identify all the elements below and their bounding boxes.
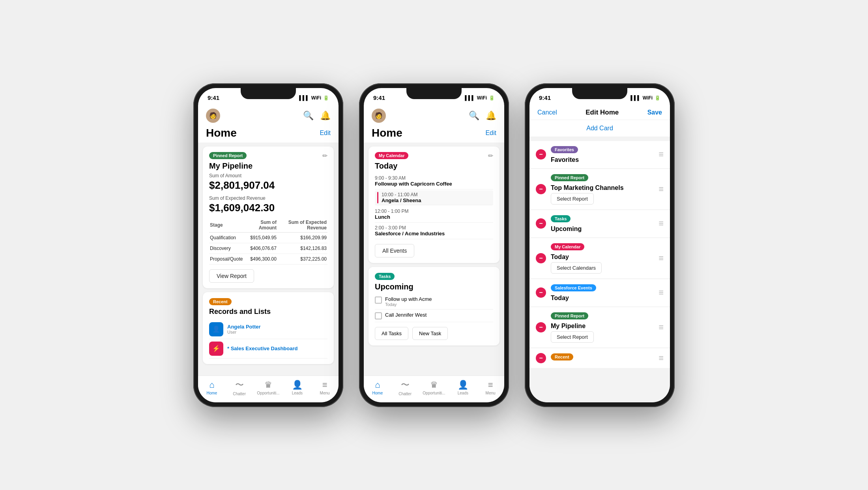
edit-link-2[interactable]: Edit [485,130,496,137]
new-task-button[interactable]: New Task [412,327,448,340]
edit-item-upcoming: − Tasks Upcoming ≡ [529,210,670,237]
nav-menu-1[interactable]: ≡ Menu [315,380,335,395]
edit-scroll[interactable]: − Favorites Favorites ≡ − Pinned Report … [529,137,670,402]
task-checkbox-2[interactable] [375,312,382,319]
sf-events-name: Today [551,295,654,302]
menu-label-1: Menu [320,391,330,395]
nav-opportunities-1[interactable]: ♛ Opportuniti... [257,380,279,395]
table-row: Proposal/Quote$496,300.00$372,225.00 [209,253,327,264]
app-header-1: 🧑 🔍 🔔 [198,105,339,126]
pinned-report-edit-icon[interactable]: ✏ [322,152,327,160]
tasks-card: Tasks Upcoming Follow up with Acme Today [369,267,499,345]
notch-3 [572,88,627,99]
edit-item-sf-events: − Salesforce Events Today ≡ [529,279,670,306]
table-cell: $142,126.83 [277,243,327,253]
cal-entry-4: 2:00 - 3:00 PM Salesforce / Acme Industr… [375,223,493,239]
drag-handle-calendar[interactable]: ≡ [658,253,664,263]
drag-handle-marketing[interactable]: ≡ [658,184,664,194]
menu-icon-2: ≡ [488,380,493,390]
task-1: Follow up with Acme Today [375,294,493,310]
nav-leads-1[interactable]: 👤 Leads [287,380,307,395]
nav-menu-2[interactable]: ≡ Menu [481,380,500,395]
screen-content-2: 🧑 🔍 🔔 Home Edit My Calendar ✏ [364,105,504,402]
opportunities-label-1: Opportuniti... [257,391,279,395]
nav-home-1[interactable]: ⌂ Home [202,380,222,395]
menu-label-2: Menu [486,391,496,395]
drag-handle-upcoming[interactable]: ≡ [658,218,664,229]
drag-handle-pipeline[interactable]: ≡ [658,322,664,332]
calendar-edit-icon[interactable]: ✏ [488,152,493,160]
scroll-area-2[interactable]: My Calendar ✏ Today 9:00 - 9:30 AM Follo… [364,143,504,375]
drag-handle-sf-events[interactable]: ≡ [658,287,664,298]
task-checkbox-1[interactable] [375,297,382,304]
table-cell: Proposal/Quote [209,253,243,264]
search-icon-2[interactable]: 🔍 [469,111,479,121]
remove-calendar-button[interactable]: − [536,253,546,263]
avatar-2: 🧑 [372,109,386,123]
cal-time-2: 10:00 - 11:00 AM [382,192,491,197]
cal-entry-1: 9:00 - 9:30 AM Followup with Capricorn C… [375,173,493,190]
nav-chatter-2[interactable]: 〜 Chatter [395,379,415,396]
select-report-button-2[interactable]: Select Report [551,331,594,343]
record-icon-dashboard: ⚡ [209,342,223,356]
recent-card: Recent Records and Lists 👤 Angela Potter… [203,292,334,364]
save-button[interactable]: Save [647,109,662,116]
record-dashboard[interactable]: ⚡ * Sales Executive Dashboard [209,339,327,359]
col-amount: Sum of Amount [243,218,277,233]
my-calendar-badge: My Calendar [551,243,584,250]
nav-home-2[interactable]: ⌂ Home [368,380,387,395]
view-report-button[interactable]: View Report [209,269,254,283]
remove-sf-events-button[interactable]: − [536,287,546,298]
upcoming-name: Upcoming [551,225,654,233]
cal-time-1: 9:00 - 9:30 AM [375,175,493,181]
leads-label-2: Leads [458,391,468,395]
cal-event-2: Angela / Sheena [382,197,491,203]
recent-badge: Recent [209,298,232,305]
avatar-1: 🧑 [206,109,220,123]
nav-leads-2[interactable]: 👤 Leads [453,380,473,395]
edit-item-top-marketing: − Pinned Report Top Marketing Channels S… [529,169,670,209]
remove-pipeline-button[interactable]: − [536,322,546,332]
select-calendars-button[interactable]: Select Calendars [551,262,602,274]
remove-favorites-button[interactable]: − [536,149,546,160]
all-events-button[interactable]: All Events [375,244,414,257]
edit-header: Cancel Edit Home Save [529,105,670,120]
table-row: Qualification$915,049.95$166,209.99 [209,232,327,243]
scroll-area-1[interactable]: Pinned Report ✏ My Pipeline Sum of Amoun… [198,143,339,375]
phones-container: 9:41 ▌▌▌ WiFi 🔋 🧑 🔍 🔔 Home Edit [193,83,675,407]
home-label-2: Home [372,391,383,395]
chatter-label-2: Chatter [398,392,412,396]
my-pipeline-name: My Pipeline [551,323,654,330]
screen-content-1: 🧑 🔍 🔔 Home Edit Pinned Report ✏ [198,105,339,402]
edit-home-title: Edit Home [586,109,619,116]
status-icons-3: ▌▌▌ WiFi 🔋 [630,95,660,101]
header-icons-2: 🔍 🔔 [469,111,496,121]
chatter-label-1: Chatter [233,392,246,396]
calendar-badge: My Calendar [375,152,408,159]
select-report-button-1[interactable]: Select Report [551,193,594,205]
leads-label-1: Leads [292,391,303,395]
cal-event-1: Followup with Capricorn Coffee [375,181,493,187]
cal-event-3: Lunch [375,214,493,220]
drag-handle-favorites[interactable]: ≡ [658,149,664,160]
sum-amount-label: Sum of Amount [209,173,327,178]
remove-recent-button[interactable]: − [536,353,546,363]
home-label-1: Home [207,391,217,395]
search-icon-1[interactable]: 🔍 [303,111,314,121]
leads-icon-2: 👤 [458,380,468,390]
nav-chatter-1[interactable]: 〜 Chatter [230,379,249,396]
all-tasks-button[interactable]: All Tasks [375,327,408,340]
add-card-button[interactable]: Add Card [529,120,670,137]
nav-opportunities-2[interactable]: ♛ Opportuniti... [423,380,445,395]
phone-1: 9:41 ▌▌▌ WiFi 🔋 🧑 🔍 🔔 Home Edit [193,83,343,407]
edit-link-1[interactable]: Edit [320,130,331,137]
cancel-button[interactable]: Cancel [537,109,557,116]
drag-handle-recent[interactable]: ≡ [658,353,664,363]
remove-upcoming-button[interactable]: − [536,218,546,229]
bell-icon-1[interactable]: 🔔 [320,111,331,121]
remove-marketing-button[interactable]: − [536,184,546,194]
phone-2: 9:41 ▌▌▌ WiFi 🔋 🧑 🔍 🔔 Home Edit [359,83,509,407]
record-angela[interactable]: 👤 Angela Potter User [209,320,327,339]
bell-icon-2[interactable]: 🔔 [486,111,496,121]
table-cell: $372,225.00 [277,253,327,264]
